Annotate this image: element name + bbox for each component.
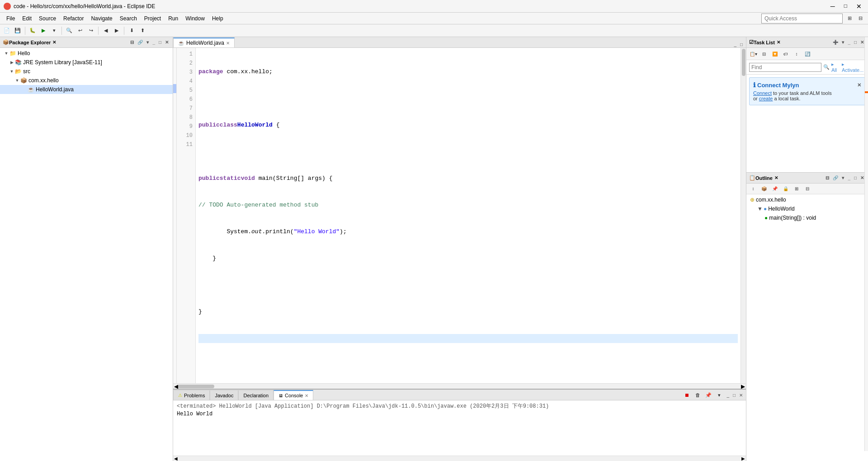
collapse-outline-btn[interactable]: ⊟	[824, 175, 830, 181]
run-dropdown[interactable]: ▾	[49, 26, 59, 36]
tl-refresh-btn[interactable]: 🔄	[802, 49, 812, 59]
tab-console[interactable]: 🖥 Console ✕	[274, 390, 313, 400]
tl-collapse-btn[interactable]: ⊟	[759, 49, 769, 59]
tl-sort-btn[interactable]: ↕	[792, 49, 802, 59]
sort-outline-btn[interactable]: ↕	[748, 184, 758, 194]
mylyn-connect-link[interactable]: Connect	[753, 90, 772, 96]
console-output-area: <terminated> HelloWorld [Java Applicatio…	[173, 400, 746, 456]
new-btn[interactable]: 📄	[2, 26, 12, 36]
hide-non-pub-btn[interactable]: 🔒	[781, 184, 791, 194]
tab-declaration[interactable]: Declaration	[238, 390, 274, 400]
maximize-pe-btn[interactable]: □	[157, 39, 163, 45]
next-edit-btn[interactable]: ▶	[112, 26, 122, 36]
outline-method[interactable]: ● main(String[]) : void	[747, 213, 867, 222]
tab-javadoc[interactable]: Javadoc	[210, 390, 238, 400]
tree-src[interactable]: ▼ 📂 src	[0, 67, 173, 76]
task-find-input[interactable]	[749, 63, 821, 72]
menu-search[interactable]: Search	[116, 14, 141, 23]
tl-new-btn[interactable]: 📋▾	[748, 49, 758, 59]
close-mylyn-btn[interactable]: ✕	[857, 82, 861, 88]
tree-jre-library[interactable]: ▶ 📚 JRE System Library [JavaSE-11]	[0, 58, 173, 67]
minimize-editor-btn[interactable]: _	[732, 42, 738, 47]
perspective-btn[interactable]: ⊞	[844, 14, 854, 24]
menu-edit[interactable]: Edit	[19, 14, 35, 23]
close-button[interactable]: ✕	[854, 3, 864, 10]
close-outline-icon: ✕	[774, 175, 778, 180]
editor-scrollbar-vertical[interactable]	[741, 48, 746, 383]
outline-menu-btn[interactable]: ▾	[840, 175, 845, 181]
maximize-outline-btn[interactable]: □	[853, 175, 858, 181]
minimize-pe-btn[interactable]: _	[151, 39, 156, 45]
prev-edit-btn[interactable]: ◀	[101, 26, 111, 36]
hide-fields-btn[interactable]: 📦	[759, 184, 769, 194]
con-scroll-left[interactable]: ◀	[174, 456, 178, 461]
maximize-editor-btn[interactable]: □	[739, 42, 744, 47]
expand-all-outline-btn[interactable]: ⊞	[792, 184, 802, 194]
editor-content[interactable]: 1 2 3 4 5 6 7 8 9 10 11 package com.xx.h…	[173, 48, 746, 383]
minimize-console-btn[interactable]: _	[725, 392, 731, 398]
close-icon[interactable]: ✕	[226, 41, 230, 46]
console-scrollbar-h[interactable]: ◀ ▶	[173, 456, 746, 461]
fwd-btn[interactable]: ↪	[86, 26, 96, 36]
con-scroll-right[interactable]: ▶	[741, 456, 745, 461]
tl-menu-btn[interactable]: ▾	[840, 39, 845, 45]
scroll-thumb[interactable]	[742, 49, 745, 76]
tl-cat-btn[interactable]: 🏷	[781, 49, 791, 59]
menu-help[interactable]: Help	[208, 14, 227, 23]
pin-console-btn[interactable]: 📌	[703, 390, 713, 400]
collapse-all-outline-btn[interactable]: ⊟	[802, 184, 812, 194]
filter-all-label[interactable]: ▸ All	[831, 61, 840, 73]
pe-menu-btn[interactable]: ▾	[145, 39, 150, 45]
menu-project[interactable]: Project	[141, 14, 165, 23]
tl-filter-btn[interactable]: 🔽	[770, 49, 780, 59]
code-editor[interactable]: package com.xx.hello; public class Hello…	[196, 48, 741, 383]
minimize-button[interactable]: ─	[828, 3, 838, 10]
close-console-icon[interactable]: ✕	[305, 393, 308, 398]
outline-panel: 📋 Outline ✕ ⊟ 🔗 ▾ _ □ ✕ ↕ 📦 📌 🔒 ⊞ ⊟	[746, 173, 868, 461]
debug-btn[interactable]: 🐛	[28, 26, 38, 36]
h-scroll-thumb[interactable]	[178, 385, 214, 388]
open-perspective-btn[interactable]: ⊟	[855, 14, 865, 24]
stop-btn[interactable]: ⏹	[682, 390, 692, 400]
tab-problems[interactable]: ⚠ Problems	[173, 390, 210, 400]
menu-window[interactable]: Window	[182, 14, 208, 23]
editor-scrollbar-horizontal[interactable]: ◀ ▶	[173, 383, 746, 389]
clear-console-btn[interactable]: 🗑	[693, 390, 703, 400]
minimize-outline-btn[interactable]: _	[846, 175, 852, 181]
new-task-btn[interactable]: ➕	[831, 39, 840, 45]
tree-hello-project[interactable]: ▼ 📁 Hello	[0, 49, 173, 58]
sep2	[61, 27, 62, 35]
collapse-all-btn[interactable]: ⊟	[129, 39, 135, 45]
editor-tab-helloworld[interactable]: ☕ HelloWorld.java ✕	[173, 38, 235, 47]
maximize-console-btn[interactable]: □	[731, 392, 737, 398]
title-bar: code - Hello/src/com/xx/hello/HelloWorld…	[0, 0, 868, 13]
activate-btn[interactable]: ▸ Activate...	[842, 61, 865, 73]
hide-static-btn[interactable]: 📌	[770, 184, 780, 194]
maximize-button[interactable]: □	[841, 3, 850, 10]
menu-file[interactable]: File	[3, 14, 19, 23]
menu-run[interactable]: Run	[165, 14, 182, 23]
console-menu-btn[interactable]: ▾	[714, 390, 724, 400]
menu-source[interactable]: Source	[35, 14, 60, 23]
close-pe-btn[interactable]: ✕	[164, 39, 170, 45]
link-btn[interactable]: 🔗	[136, 39, 144, 45]
quick-access-box[interactable]: Quick Access	[761, 14, 843, 24]
ref-btn[interactable]: ↩	[75, 26, 85, 36]
package-explorer-title: 📦	[3, 39, 9, 45]
outline-package[interactable]: ⊕ com.xx.hello	[747, 195, 867, 204]
run-btn[interactable]: ▶	[38, 26, 48, 36]
search-btn[interactable]: 🔍	[64, 26, 74, 36]
minimize-tl-btn[interactable]: _	[846, 39, 852, 45]
link-outline-btn[interactable]: 🔗	[831, 175, 840, 181]
close-console-btn[interactable]: ✕	[738, 392, 744, 398]
maximize-tl-btn[interactable]: □	[853, 39, 858, 45]
menu-refactor[interactable]: Refactor	[60, 14, 87, 23]
menu-navigate[interactable]: Navigate	[87, 14, 116, 23]
next-ann-btn[interactable]: ⬇	[127, 26, 137, 36]
save-btn[interactable]: 💾	[13, 26, 23, 36]
tree-helloworld-java[interactable]: ☕ HelloWorld.java	[0, 85, 173, 94]
prev-ann-btn[interactable]: ⬆	[137, 26, 147, 36]
tree-package[interactable]: ▼ 📦 com.xx.hello	[0, 76, 173, 85]
outline-class[interactable]: ▼ ● HelloWorld	[747, 204, 867, 213]
mylyn-create-link[interactable]: create	[759, 96, 773, 101]
